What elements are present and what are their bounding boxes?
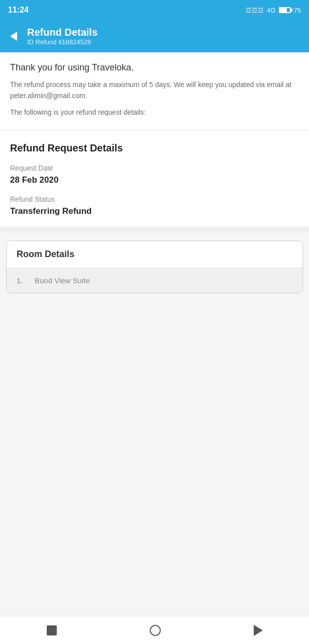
refund-status-value: Transferring Refund <box>10 206 299 216</box>
refund-section-title: Refund Request Details <box>10 142 299 154</box>
home-icon <box>150 625 161 636</box>
bottom-nav <box>0 616 309 644</box>
spacer <box>0 301 309 616</box>
refund-details-section: Refund Request Details Request Date 28 F… <box>0 130 309 226</box>
battery-percent: 75 <box>294 7 301 14</box>
room-item: 1. Bund View Suite <box>7 268 302 293</box>
status-icons: ☲☲☲ 4G 75 <box>246 7 301 14</box>
battery-icon <box>279 7 291 13</box>
back-button[interactable] <box>8 30 19 43</box>
header: Refund Details ID Refund 618824528 <box>0 20 309 52</box>
request-date-value: 28 Feb 2020 <box>10 175 299 185</box>
status-bar: 11:24 ☲☲☲ 4G 75 <box>0 0 309 20</box>
thank-you-following: The following is your refund request det… <box>10 107 299 118</box>
status-time: 11:24 <box>8 6 29 15</box>
thank-you-title: Thank you for using Traveloka. <box>10 62 299 73</box>
room-item-name: Bund View Suite <box>35 276 90 285</box>
room-details-card: Room Details 1. Bund View Suite <box>6 240 303 293</box>
header-text: Refund Details ID Refund 618824528 <box>27 27 97 46</box>
room-item-number: 1. <box>17 276 27 285</box>
refund-status-label: Refund Status <box>10 195 299 203</box>
header-subtitle: ID Refund 618824528 <box>27 38 97 46</box>
room-card-header: Room Details <box>7 241 302 268</box>
back-arrow-icon <box>10 32 17 41</box>
thank-you-section: Thank you for using Traveloka. The refun… <box>0 52 309 130</box>
thank-you-description: The refund process may take a maximum of… <box>10 79 299 102</box>
recent-apps-button[interactable] <box>35 621 69 639</box>
network-type: 4G <box>267 7 275 14</box>
section-gap <box>0 226 309 232</box>
header-title: Refund Details <box>27 27 97 38</box>
recent-apps-icon <box>47 625 57 635</box>
back-nav-icon <box>254 625 263 636</box>
content: Thank you for using Traveloka. The refun… <box>0 52 309 616</box>
home-button[interactable] <box>138 621 173 640</box>
back-nav-button[interactable] <box>242 621 275 640</box>
signal-icon: ☲☲☲ <box>246 7 264 14</box>
request-date-label: Request Date <box>10 164 299 172</box>
